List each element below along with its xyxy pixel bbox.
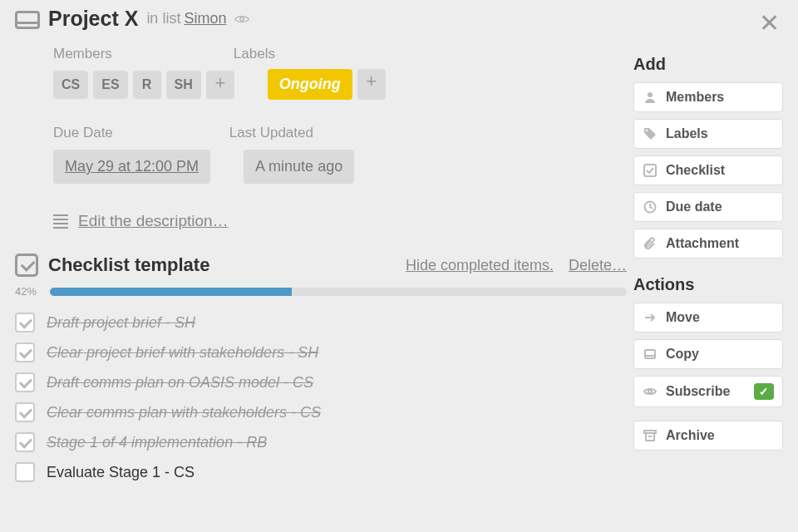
checklist-checkbox[interactable] <box>15 432 35 452</box>
add-labels-button[interactable]: Labels <box>633 119 783 149</box>
paperclip-icon <box>643 237 658 250</box>
checklist-checkbox[interactable] <box>15 462 35 482</box>
person-icon <box>643 91 658 104</box>
svg-rect-5 <box>645 350 655 358</box>
subscribed-check-icon: ✓ <box>754 383 774 400</box>
eye-icon <box>643 385 658 398</box>
checklist-item-text[interactable]: Draft comms plan on OASIS model - CS <box>47 374 313 392</box>
edit-description-link[interactable]: Edit the description… <box>78 212 229 230</box>
last-updated-heading: Last Updated <box>229 125 313 141</box>
add-member-button[interactable]: + <box>206 71 234 99</box>
checklist-item[interactable]: Draft comms plan on OASIS model - CS <box>15 367 627 397</box>
progress-percent: 42% <box>15 285 43 298</box>
checklist-checkbox[interactable] <box>15 402 35 422</box>
arrow-right-icon <box>643 311 658 324</box>
copy-button[interactable]: Copy <box>633 339 783 369</box>
add-due-date-label: Due date <box>666 200 722 214</box>
member-chip[interactable]: ES <box>93 71 127 99</box>
archive-icon <box>643 429 658 442</box>
tag-icon <box>643 127 658 140</box>
card-icon <box>15 11 40 29</box>
add-labels-label: Labels <box>666 126 708 141</box>
label-ongoing[interactable]: Ongoing <box>268 69 352 100</box>
checklist-item[interactable]: Stage 1 of 4 implementation - RB <box>15 427 627 457</box>
svg-rect-3 <box>644 165 656 176</box>
add-checklist-button[interactable]: Checklist <box>633 155 783 185</box>
add-attachment-label: Attachment <box>666 236 739 251</box>
subscribe-label: Subscribe <box>666 384 730 399</box>
checklist-checkbox[interactable] <box>15 372 35 392</box>
last-updated-value: A minute ago <box>244 150 354 184</box>
in-list-prefix: in list <box>146 10 180 27</box>
list-link[interactable]: Simon <box>184 10 226 27</box>
add-heading: Add <box>633 55 783 74</box>
progress-bar-fill <box>50 288 292 296</box>
checkbox-icon <box>643 164 658 177</box>
hide-completed-link[interactable]: Hide completed items. <box>406 257 554 274</box>
checklist-item-text[interactable]: Stage 1 of 4 implementation - RB <box>47 434 267 451</box>
checklist-items: Draft project brief - SHClear project br… <box>15 308 627 487</box>
checklist-item[interactable]: Clear comms plan with stakeholders - CS <box>15 397 627 427</box>
delete-checklist-link[interactable]: Delete… <box>569 257 627 274</box>
watch-eye-icon <box>234 13 249 25</box>
labels-group: Ongoing + <box>268 69 386 100</box>
move-label: Move <box>666 310 700 325</box>
checklist-item-text[interactable]: Clear project brief with stakeholders - … <box>47 344 318 362</box>
svg-point-7 <box>648 390 652 393</box>
subscribe-button[interactable]: Subscribe ✓ <box>633 376 783 407</box>
clock-icon <box>643 200 658 214</box>
card-title[interactable]: Project X <box>48 7 138 31</box>
members-group: CS ES R SH + <box>53 71 234 99</box>
checklist-item[interactable]: Draft project brief - SH <box>15 308 627 337</box>
svg-point-2 <box>646 130 648 132</box>
svg-rect-8 <box>644 431 656 433</box>
actions-heading: Actions <box>633 275 783 294</box>
archive-label: Archive <box>666 428 715 443</box>
checklist-item-text[interactable]: Evaluate Stage 1 - CS <box>47 464 195 481</box>
svg-point-1 <box>648 92 653 97</box>
checklist-title[interactable]: Checklist template <box>48 254 406 276</box>
checklist-item-text[interactable]: Clear comms plan with stakeholders - CS <box>47 404 321 421</box>
checklist-item[interactable]: Clear project brief with stakeholders - … <box>15 337 627 367</box>
description-icon <box>53 214 68 229</box>
add-due-date-button[interactable]: Due date <box>633 192 783 222</box>
card-small-icon <box>643 347 658 361</box>
checklist-icon <box>15 254 38 277</box>
svg-point-0 <box>240 17 244 21</box>
add-members-button[interactable]: Members <box>633 82 783 112</box>
checklist-checkbox[interactable] <box>15 313 35 332</box>
labels-heading: Labels <box>234 46 275 62</box>
member-chip[interactable]: CS <box>53 71 88 99</box>
progress-bar <box>50 288 627 296</box>
move-button[interactable]: Move <box>633 303 783 332</box>
add-checklist-label: Checklist <box>666 163 725 178</box>
add-members-label: Members <box>666 90 724 105</box>
members-heading: Members <box>53 46 112 62</box>
archive-button[interactable]: Archive <box>633 421 783 451</box>
add-attachment-button[interactable]: Attachment <box>633 229 783 259</box>
due-date-button[interactable]: May 29 at 12:00 PM <box>53 150 210 184</box>
checklist-checkbox[interactable] <box>15 342 35 362</box>
due-date-heading: Due Date <box>53 125 113 141</box>
checklist-item-text[interactable]: Draft project brief - SH <box>47 314 195 332</box>
member-chip[interactable]: R <box>133 71 161 99</box>
close-icon[interactable]: ✕ <box>759 8 780 37</box>
add-label-button[interactable]: + <box>357 69 386 100</box>
checklist-item[interactable]: Evaluate Stage 1 - CS <box>15 457 627 487</box>
copy-label: Copy <box>666 347 699 362</box>
member-chip[interactable]: SH <box>166 71 201 99</box>
